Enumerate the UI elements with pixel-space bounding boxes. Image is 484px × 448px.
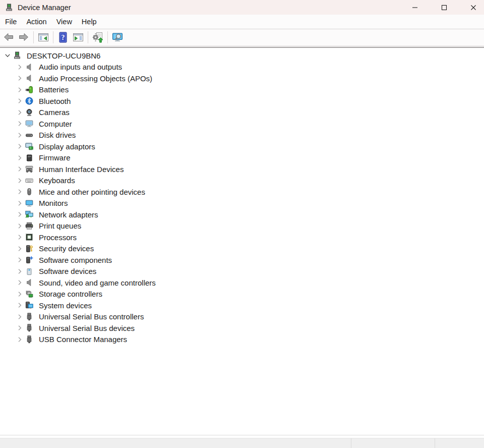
chevron-right-icon[interactable]	[16, 97, 24, 105]
tree-item[interactable]: Batteries	[0, 84, 484, 96]
tree-item-label[interactable]: Display adaptors	[38, 142, 96, 151]
tree-item-label[interactable]: Network adapters	[38, 210, 99, 219]
tree-item-label[interactable]: Software components	[38, 255, 113, 265]
chevron-right-icon[interactable]	[16, 301, 24, 309]
tree-item[interactable]: Print queues	[0, 220, 484, 232]
tree-item-label[interactable]: Audio inputs and outputs	[38, 62, 123, 72]
tree-item-label[interactable]: Processors	[38, 233, 78, 242]
menu-file[interactable]: File	[0, 15, 22, 28]
tree-item-label[interactable]: Security devices	[38, 244, 95, 253]
tree-item[interactable]: Audio Processing Objects (APOs)	[0, 73, 484, 84]
chevron-right-icon[interactable]	[16, 165, 24, 173]
chevron-right-icon[interactable]	[16, 142, 24, 150]
tree-item[interactable]: Firmware	[0, 152, 484, 164]
menu-action[interactable]: Action	[22, 15, 51, 28]
tree-item[interactable]: Keyboards	[0, 175, 484, 187]
toolbar-separator	[53, 31, 53, 43]
chevron-right-icon[interactable]	[16, 222, 24, 230]
tree-item[interactable]: Monitors	[0, 198, 484, 209]
chevron-right-icon[interactable]	[16, 313, 24, 321]
tree-item[interactable]: Universal Serial Bus controllers	[0, 311, 484, 323]
tree-item-label[interactable]: Print queues	[38, 221, 82, 231]
chevron-right-icon[interactable]	[16, 267, 24, 275]
tree-item[interactable]: Disk drives	[0, 130, 484, 141]
chevron-right-icon[interactable]	[16, 245, 24, 253]
tree-item[interactable]: Cameras	[0, 107, 484, 119]
tree-item-label[interactable]: Computer	[38, 119, 73, 129]
tree-item[interactable]: Computer	[0, 118, 484, 130]
close-button[interactable]	[463, 0, 483, 15]
tree-item-label[interactable]: Firmware	[38, 153, 72, 162]
tree-item[interactable]: Bluetooth	[0, 95, 484, 107]
menu-help[interactable]: Help	[77, 15, 101, 28]
chevron-right-icon[interactable]	[16, 210, 24, 218]
chevron-right-icon[interactable]	[16, 233, 24, 241]
tree-item[interactable]: Mice and other pointing devices	[0, 186, 484, 198]
tree-item[interactable]: USB Connector Managers	[0, 334, 484, 346]
tree-item[interactable]: Software devices	[0, 266, 484, 277]
toolbar-button-back[interactable]	[2, 30, 16, 44]
chevron-right-icon[interactable]	[16, 188, 24, 196]
tree-item-label[interactable]: Batteries	[38, 85, 70, 94]
battery-icon	[25, 86, 33, 94]
tree-item-label[interactable]: Monitors	[38, 198, 69, 208]
tree-item-label[interactable]: Disk drives	[38, 130, 77, 140]
firmware-chip-icon	[25, 154, 33, 162]
tree-item[interactable]: Security devices	[0, 243, 484, 255]
chevron-right-icon[interactable]	[16, 290, 24, 298]
tree-item[interactable]: Display adaptors	[0, 141, 484, 152]
toolbar-button-add-drivers[interactable]	[91, 30, 105, 44]
chevron-right-icon[interactable]	[16, 177, 24, 185]
tree-item[interactable]: DESKTOP-UCU9BN6	[0, 50, 484, 62]
toolbar-button-help[interactable]: ?	[56, 30, 70, 44]
toolbar-separator	[107, 31, 108, 43]
tree-item[interactable]: Software components	[0, 254, 484, 266]
tree-item-label[interactable]: Sound, video and game controllers	[38, 278, 157, 288]
chevron-right-icon[interactable]	[16, 154, 24, 162]
tree-item[interactable]: Human Interface Devices	[0, 163, 484, 175]
chevron-right-icon[interactable]	[16, 199, 24, 207]
chevron-right-icon[interactable]	[16, 324, 24, 332]
tree-item[interactable]: Universal Serial Bus devices	[0, 322, 484, 334]
tree-item-label[interactable]: Mice and other pointing devices	[38, 187, 146, 197]
chevron-down-icon[interactable]	[4, 51, 12, 60]
tree-item-label[interactable]: System devices	[38, 301, 93, 310]
chevron-right-icon[interactable]	[16, 278, 24, 287]
menu-view[interactable]: View	[51, 15, 77, 28]
chevron-right-icon[interactable]	[16, 256, 24, 264]
tree-item-label[interactable]: Keyboards	[38, 176, 76, 185]
maximize-button[interactable]	[434, 0, 454, 15]
tree-item-label[interactable]: USB Connector Managers	[38, 334, 128, 344]
window-title: Device Manager	[18, 4, 71, 12]
computer-device-icon	[13, 51, 21, 60]
chevron-right-icon[interactable]	[16, 131, 24, 139]
tree-item[interactable]: System devices	[0, 300, 484, 311]
chevron-right-icon[interactable]	[16, 63, 24, 71]
tree-item[interactable]: Audio inputs and outputs	[0, 62, 484, 73]
tree-item-label[interactable]: Bluetooth	[38, 96, 72, 106]
minimize-button[interactable]	[405, 0, 425, 15]
chevron-right-icon[interactable]	[16, 120, 24, 128]
tree-item-label[interactable]: Human Interface Devices	[38, 164, 125, 174]
tree-item-label[interactable]: DESKTOP-UCU9BN6	[26, 51, 101, 61]
toolbar-button-scan-hardware[interactable]	[110, 30, 125, 44]
chevron-right-icon[interactable]	[16, 108, 24, 117]
tree-item[interactable]: Storage controllers	[0, 289, 484, 300]
tree-item-label[interactable]: Cameras	[38, 107, 71, 117]
tree-item-label[interactable]: Storage controllers	[38, 289, 103, 299]
tree-item[interactable]: Processors	[0, 232, 484, 243]
toolbar-button-action-pane[interactable]	[71, 30, 85, 44]
tree-item[interactable]: Network adapters	[0, 209, 484, 220]
tree-item-label[interactable]: Universal Serial Bus controllers	[38, 312, 145, 321]
chevron-right-icon[interactable]	[16, 86, 24, 94]
tree-item-label[interactable]: Software devices	[38, 266, 97, 276]
system-device-icon	[25, 301, 33, 309]
tree-item-label[interactable]: Audio Processing Objects (APOs)	[38, 74, 153, 83]
toolbar-button-forward[interactable]	[17, 30, 31, 44]
toolbar-button-console-tree[interactable]	[36, 30, 50, 44]
chevron-right-icon[interactable]	[16, 74, 24, 82]
tree-item-label[interactable]: Universal Serial Bus devices	[38, 323, 136, 333]
chevron-right-icon[interactable]	[16, 335, 24, 344]
toolbar: ?	[0, 29, 484, 48]
tree-item[interactable]: Sound, video and game controllers	[0, 277, 484, 289]
